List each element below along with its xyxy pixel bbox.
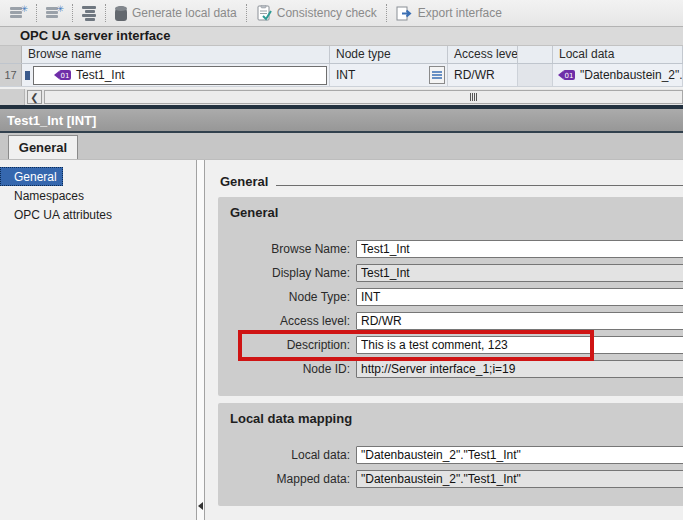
browse-name-editor[interactable]: 01 Test1_Int [33, 66, 327, 85]
properties-tab-row: General [0, 133, 683, 160]
splitter-collapse-arrow-icon [198, 502, 203, 510]
field-description: Description: [230, 336, 683, 354]
tag-icon: 01 [54, 69, 72, 81]
node-type-label: Node Type: [230, 290, 356, 304]
description-label: Description: [230, 338, 356, 352]
insert-row-button[interactable]: ✳ [40, 4, 69, 22]
local-data-mapping-panel: Local data mapping Local data: Mapped da… [218, 403, 683, 506]
field-local-data: Local data: [230, 446, 683, 464]
column-header-browse-name[interactable]: Browse name [22, 46, 330, 63]
column-header-local-data[interactable]: Local data [553, 46, 683, 63]
table-row[interactable]: 17 01 Test1_Int INT RD/WR [0, 64, 683, 87]
export-icon [396, 6, 413, 21]
general-group-title: General [230, 205, 683, 220]
scroll-left-button[interactable]: ❮ [27, 90, 42, 104]
toolbar-separator [36, 4, 37, 22]
node-type-dropdown-button[interactable] [429, 66, 445, 84]
scrollbar-grip[interactable] [470, 93, 477, 101]
node-id-label: Node ID: [230, 362, 356, 376]
export-interface-button[interactable]: Export interface [390, 4, 508, 23]
local-data-mapping-title: Local data mapping [230, 411, 683, 426]
properties-body: General Namespaces OPC UA attributes Gen… [0, 160, 683, 520]
browse-name-input[interactable] [356, 240, 683, 258]
cell-blank[interactable] [518, 64, 553, 86]
properties-form: General General Browse Name: Display Nam… [205, 160, 683, 520]
properties-title: Test1_Int [INT] [0, 109, 683, 133]
tab-general[interactable]: General [8, 135, 78, 159]
generate-local-data-label: Generate local data [132, 6, 237, 20]
expand-levels-button[interactable] [76, 3, 102, 24]
add-row-icon: ✳ [10, 6, 27, 20]
levels-icon [82, 5, 96, 22]
row-number: 17 [0, 64, 22, 86]
description-input[interactable] [356, 336, 683, 354]
browse-name-label: Browse Name: [230, 242, 356, 256]
svg-text:01: 01 [61, 72, 70, 80]
field-access-level: Access level: [230, 312, 683, 330]
nav-item-namespaces[interactable]: Namespaces [0, 186, 196, 205]
nav-item-opcua-attributes[interactable]: OPC UA attributes [0, 205, 196, 224]
node-type-input[interactable] [356, 288, 683, 306]
heading-rule [276, 178, 683, 186]
mapped-data-input [356, 470, 683, 488]
node-type-value: INT [330, 68, 355, 82]
access-level-label: Access level: [230, 314, 356, 328]
local-data-value: "Datenbaustein_2". [580, 68, 683, 82]
horizontal-scrollbar[interactable]: ❮ [0, 89, 683, 105]
node-id-input [356, 360, 683, 378]
display-name-label: Display Name: [230, 266, 356, 280]
properties-nav: General Namespaces OPC UA attributes [0, 160, 196, 520]
toolbar-separator [105, 4, 106, 22]
field-node-type: Node Type: [230, 288, 683, 306]
nav-splitter-scrollbar[interactable] [196, 160, 205, 520]
cell-browse-name[interactable]: 01 Test1_Int [22, 64, 330, 86]
scrollbar-track[interactable] [44, 90, 683, 104]
generate-local-data-button[interactable]: Generate local data [109, 4, 243, 23]
nav-item-general[interactable]: General [0, 167, 63, 186]
toolbar-separator [246, 4, 247, 22]
svg-text:01: 01 [565, 72, 574, 80]
field-display-name: Display Name: [230, 264, 683, 282]
field-mapped-data: Mapped data: [230, 470, 683, 488]
row-number-gutter-header [0, 46, 22, 63]
insert-row-icon: ✳ [46, 6, 63, 20]
cell-access-level[interactable]: RD/WR [448, 64, 518, 86]
column-header-node-type[interactable]: Node type [330, 46, 448, 63]
consistency-check-label: Consistency check [277, 6, 377, 20]
scrollbar-gutter [0, 89, 25, 105]
browse-name-value: Test1_Int [76, 68, 125, 82]
row-selection-marker [25, 71, 30, 80]
add-row-button[interactable]: ✳ [4, 4, 33, 22]
local-data-label: Local data: [230, 448, 356, 462]
export-interface-label: Export interface [418, 6, 502, 20]
field-node-id: Node ID: [230, 360, 683, 378]
form-heading: General [220, 174, 683, 189]
consistency-check-icon [256, 5, 272, 21]
toolbar: ✳ ✳ Generate local data Consistency chec… [0, 0, 683, 27]
database-icon [115, 6, 127, 21]
local-data-input[interactable] [356, 446, 683, 464]
toolbar-separator [72, 4, 73, 22]
consistency-check-button[interactable]: Consistency check [250, 3, 383, 23]
column-header-blank[interactable] [518, 46, 553, 63]
display-name-input [356, 264, 683, 282]
column-header-access-level[interactable]: Access level [448, 46, 518, 63]
toolbar-separator [386, 4, 387, 22]
cell-local-data[interactable]: 01 "Datenbaustein_2". [553, 64, 683, 86]
cell-node-type[interactable]: INT [330, 64, 448, 86]
tag-icon: 01 [558, 69, 576, 81]
table-column-headers: Browse name Node type Access level Local… [0, 46, 683, 64]
access-level-value: RD/WR [448, 68, 495, 82]
field-browse-name: Browse Name: [230, 240, 683, 258]
mapped-data-label: Mapped data: [230, 472, 356, 486]
table-section-title: OPC UA server interface [0, 27, 683, 46]
form-heading-title: General [220, 174, 268, 189]
general-group-panel: General Browse Name: Display Name: Node … [218, 197, 683, 396]
access-level-input[interactable] [356, 312, 683, 330]
